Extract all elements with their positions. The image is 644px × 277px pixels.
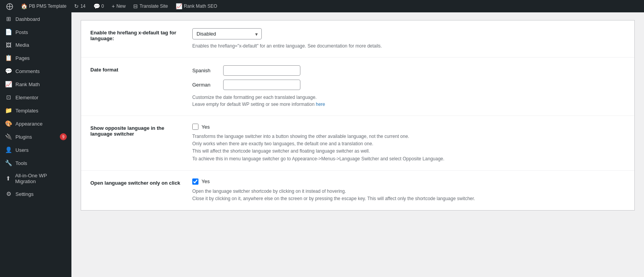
media-icon: 🖼 bbox=[5, 42, 12, 48]
comments-menu-icon: 💬 bbox=[5, 68, 12, 75]
date-format-german-input[interactable] bbox=[223, 80, 300, 90]
date-format-spanish-input[interactable] bbox=[223, 65, 300, 76]
date-format-german-label: German bbox=[192, 82, 219, 88]
dashboard-icon: ⊞ bbox=[5, 15, 12, 22]
admin-bar-comments[interactable]: 💬 0 bbox=[90, 0, 107, 12]
open-on-click-checkbox-row: Yes bbox=[192, 178, 625, 185]
sidebar-label-comments: Comments bbox=[15, 68, 40, 74]
updates-icon: ↻ bbox=[74, 3, 79, 9]
admin-bar-rankmath-label: Rank Math SEO bbox=[184, 3, 217, 9]
plus-icon: + bbox=[112, 3, 115, 9]
opposite-language-checkbox-label[interactable]: Yes bbox=[202, 124, 210, 130]
setting-control-date-format: Spanish German Customize the date format… bbox=[192, 65, 625, 108]
appearance-icon: 🎨 bbox=[5, 120, 12, 127]
opposite-language-info: Transforms the language switcher into a … bbox=[192, 133, 625, 163]
date-format-german-row: German bbox=[192, 80, 625, 90]
setting-row-date-format: Date format Spanish German Customize the… bbox=[81, 58, 634, 116]
rankmath-icon: 📈 bbox=[176, 3, 182, 9]
admin-bar-new-label: New bbox=[116, 3, 125, 9]
sidebar-item-users[interactable]: 👤 Users bbox=[0, 143, 71, 156]
opposite-language-checkbox-row: Yes bbox=[192, 124, 625, 130]
admin-bar-translate[interactable]: ⊟ Translate Site bbox=[130, 0, 171, 12]
elementor-icon: ⊡ bbox=[5, 94, 12, 101]
hreflang-select-wrapper: Disabled Enabled bbox=[192, 28, 262, 39]
sidebar-item-all-in-one[interactable]: ⬆ All-in-One WP Migration bbox=[0, 170, 71, 187]
opposite-language-checkbox[interactable] bbox=[192, 124, 198, 130]
translate-icon: ⊟ bbox=[133, 3, 138, 9]
wp-logo-icon[interactable]: ⨁ bbox=[3, 2, 16, 10]
hreflang-select[interactable]: Disabled Enabled bbox=[192, 28, 262, 39]
open-on-click-info-1: Close it by clicking on it, anywhere els… bbox=[192, 195, 625, 202]
settings-section: Enable the hreflang x-default tag for la… bbox=[81, 20, 635, 211]
sidebar-label-pages: Pages bbox=[15, 55, 30, 61]
setting-label-hreflang: Enable the hreflang x-default tag for la… bbox=[90, 28, 183, 41]
sidebar-label-templates: Templates bbox=[15, 108, 38, 114]
date-format-spanish-label: Spanish bbox=[192, 68, 219, 73]
sidebar-label-settings: Settings bbox=[15, 191, 34, 197]
sidebar-item-rankmath[interactable]: 📈 Rank Math bbox=[0, 78, 71, 91]
sidebar-label-users: Users bbox=[15, 147, 29, 153]
layout: ⊞ Dashboard 📄 Posts 🖼 Media 📋 Pages 💬 Co… bbox=[0, 12, 644, 277]
sidebar: ⊞ Dashboard 📄 Posts 🖼 Media 📋 Pages 💬 Co… bbox=[0, 12, 71, 277]
sidebar-label-tools: Tools bbox=[15, 160, 27, 166]
settings-icon: ⚙ bbox=[5, 190, 12, 197]
sidebar-label-posts: Posts bbox=[15, 29, 28, 35]
admin-bar-site-label: PB PMS Template bbox=[29, 3, 66, 9]
open-on-click-checkbox[interactable] bbox=[192, 178, 198, 185]
sidebar-label-all-in-one: All-in-One WP Migration bbox=[15, 173, 67, 184]
admin-bar-new[interactable]: + New bbox=[108, 0, 129, 12]
plugins-icon: 🔌 bbox=[5, 133, 12, 140]
sidebar-item-appearance[interactable]: 🎨 Appearance bbox=[0, 117, 71, 130]
admin-bar: ⨁ 🏠 PB PMS Template ↻ 14 💬 0 + New ⊟ Tra… bbox=[0, 0, 644, 12]
sidebar-label-rankmath: Rank Math bbox=[15, 82, 40, 87]
sidebar-label-media: Media bbox=[15, 42, 29, 48]
setting-control-hreflang: Disabled Enabled Enables the hreflang="x… bbox=[192, 28, 625, 49]
main-content: Enable the hreflang x-default tag for la… bbox=[71, 12, 644, 277]
setting-label-date-format: Date format bbox=[90, 65, 183, 73]
setting-label-opposite-language: Show opposite language in the language s… bbox=[90, 124, 183, 137]
sidebar-item-pages[interactable]: 📋 Pages bbox=[0, 51, 71, 65]
setting-row-hreflang: Enable the hreflang x-default tag for la… bbox=[81, 20, 634, 58]
migration-icon: ⬆ bbox=[5, 175, 12, 182]
date-format-link[interactable]: here bbox=[316, 102, 325, 107]
posts-icon: 📄 bbox=[5, 29, 12, 36]
setting-row-opposite-language: Show opposite language in the language s… bbox=[81, 116, 634, 171]
setting-control-open-on-click: Yes Open the language switcher shortcode… bbox=[192, 178, 625, 202]
templates-icon: 📁 bbox=[5, 107, 12, 114]
date-format-spanish-row: Spanish bbox=[192, 65, 625, 76]
users-icon: 👤 bbox=[5, 146, 12, 153]
sidebar-item-media[interactable]: 🖼 Media bbox=[0, 39, 71, 51]
sidebar-item-elementor[interactable]: ⊡ Elementor bbox=[0, 91, 71, 104]
admin-bar-updates[interactable]: ↻ 14 bbox=[71, 0, 88, 12]
sidebar-item-dashboard[interactable]: ⊞ Dashboard bbox=[0, 12, 71, 25]
sidebar-item-comments[interactable]: 💬 Comments bbox=[0, 65, 71, 78]
open-on-click-info-0: Open the language switcher shortcode by … bbox=[192, 188, 625, 195]
opposite-lang-info-3: To achieve this in menu language switche… bbox=[192, 155, 625, 163]
open-on-click-checkbox-label[interactable]: Yes bbox=[202, 178, 210, 184]
plugins-badge: 9 bbox=[60, 133, 67, 140]
sidebar-item-settings[interactable]: ⚙ Settings bbox=[0, 187, 71, 201]
sidebar-label-appearance: Appearance bbox=[15, 121, 42, 127]
hreflang-description: Enables the hreflang="x-default" for an … bbox=[192, 42, 625, 49]
home-icon: 🏠 bbox=[21, 3, 27, 9]
opposite-lang-info-2: This will affect the shortcode language … bbox=[192, 148, 625, 155]
sidebar-item-tools[interactable]: 🔧 Tools bbox=[0, 156, 71, 170]
sidebar-item-templates[interactable]: 📁 Templates bbox=[0, 104, 71, 117]
open-on-click-info: Open the language switcher shortcode by … bbox=[192, 188, 625, 202]
sidebar-item-plugins[interactable]: 🔌 Plugins 9 bbox=[0, 130, 71, 143]
admin-bar-site[interactable]: 🏠 PB PMS Template bbox=[18, 0, 69, 12]
opposite-lang-info-1: Only works when there are exactly two la… bbox=[192, 140, 625, 148]
admin-bar-comments-count: 0 bbox=[102, 3, 104, 9]
comments-icon: 💬 bbox=[93, 3, 100, 9]
setting-label-open-on-click: Open language switcher only on click bbox=[90, 178, 183, 186]
admin-bar-updates-count: 14 bbox=[80, 3, 85, 9]
sidebar-label-elementor: Elementor bbox=[15, 95, 38, 100]
sidebar-item-posts[interactable]: 📄 Posts bbox=[0, 25, 71, 39]
admin-bar-translate-label: Translate Site bbox=[139, 3, 168, 9]
date-format-description: Customize the date formatting per each t… bbox=[192, 94, 625, 108]
admin-bar-rankmath[interactable]: 📈 Rank Math SEO bbox=[173, 0, 220, 12]
sidebar-label-plugins: Plugins bbox=[15, 134, 32, 140]
setting-control-opposite-language: Yes Transforms the language switcher int… bbox=[192, 124, 625, 163]
date-format-desc-text2: Leave empty for default WP setting or se… bbox=[192, 102, 315, 107]
setting-row-open-on-click: Open language switcher only on click Yes… bbox=[81, 171, 634, 210]
